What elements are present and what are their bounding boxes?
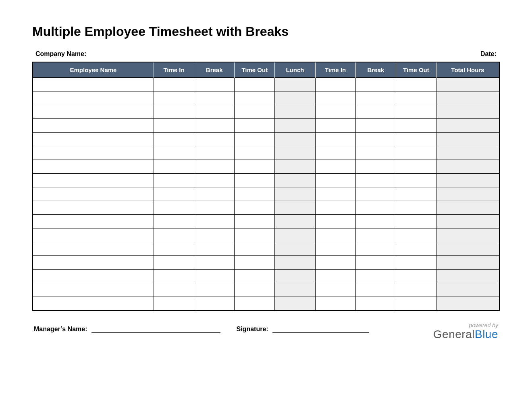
table-cell[interactable] bbox=[275, 174, 315, 187]
table-cell[interactable] bbox=[396, 256, 436, 270]
table-cell[interactable] bbox=[396, 297, 436, 311]
table-cell[interactable] bbox=[235, 228, 275, 242]
table-cell[interactable] bbox=[275, 146, 315, 160]
table-cell[interactable] bbox=[355, 201, 396, 215]
table-cell[interactable] bbox=[275, 242, 315, 256]
table-cell[interactable] bbox=[355, 283, 396, 297]
table-cell[interactable] bbox=[396, 201, 436, 215]
table-cell[interactable] bbox=[355, 146, 396, 160]
table-cell[interactable] bbox=[355, 91, 396, 105]
table-cell[interactable] bbox=[315, 270, 355, 283]
table-cell[interactable] bbox=[33, 146, 154, 160]
table-cell[interactable] bbox=[436, 78, 499, 91]
table-cell[interactable] bbox=[275, 91, 315, 105]
table-cell[interactable] bbox=[235, 119, 275, 133]
table-cell[interactable] bbox=[194, 270, 235, 283]
table-cell[interactable] bbox=[154, 78, 194, 91]
table-cell[interactable] bbox=[154, 160, 194, 174]
table-cell[interactable] bbox=[235, 201, 275, 215]
table-cell[interactable] bbox=[396, 105, 436, 119]
table-cell[interactable] bbox=[33, 297, 154, 311]
table-cell[interactable] bbox=[275, 187, 315, 201]
table-cell[interactable] bbox=[33, 133, 154, 146]
table-cell[interactable] bbox=[235, 270, 275, 283]
table-cell[interactable] bbox=[315, 119, 355, 133]
table-cell[interactable] bbox=[33, 228, 154, 242]
table-cell[interactable] bbox=[315, 91, 355, 105]
table-cell[interactable] bbox=[315, 105, 355, 119]
table-cell[interactable] bbox=[194, 119, 235, 133]
table-cell[interactable] bbox=[33, 256, 154, 270]
table-cell[interactable] bbox=[235, 105, 275, 119]
table-cell[interactable] bbox=[315, 146, 355, 160]
table-cell[interactable] bbox=[355, 105, 396, 119]
table-cell[interactable] bbox=[33, 242, 154, 256]
table-cell[interactable] bbox=[154, 283, 194, 297]
table-cell[interactable] bbox=[436, 215, 499, 228]
table-cell[interactable] bbox=[315, 297, 355, 311]
table-cell[interactable] bbox=[33, 91, 154, 105]
table-cell[interactable] bbox=[355, 228, 396, 242]
table-cell[interactable] bbox=[194, 133, 235, 146]
table-cell[interactable] bbox=[194, 201, 235, 215]
table-cell[interactable] bbox=[396, 187, 436, 201]
table-cell[interactable] bbox=[194, 174, 235, 187]
table-cell[interactable] bbox=[315, 78, 355, 91]
table-cell[interactable] bbox=[396, 78, 436, 91]
table-cell[interactable] bbox=[396, 283, 436, 297]
table-cell[interactable] bbox=[154, 242, 194, 256]
table-cell[interactable] bbox=[194, 146, 235, 160]
table-cell[interactable] bbox=[436, 174, 499, 187]
table-cell[interactable] bbox=[154, 201, 194, 215]
table-cell[interactable] bbox=[33, 283, 154, 297]
table-cell[interactable] bbox=[436, 91, 499, 105]
table-cell[interactable] bbox=[154, 174, 194, 187]
table-cell[interactable] bbox=[436, 133, 499, 146]
table-cell[interactable] bbox=[275, 297, 315, 311]
table-cell[interactable] bbox=[235, 78, 275, 91]
table-cell[interactable] bbox=[355, 187, 396, 201]
table-cell[interactable] bbox=[275, 256, 315, 270]
table-cell[interactable] bbox=[436, 256, 499, 270]
table-cell[interactable] bbox=[154, 146, 194, 160]
table-cell[interactable] bbox=[315, 160, 355, 174]
table-cell[interactable] bbox=[436, 160, 499, 174]
table-cell[interactable] bbox=[396, 228, 436, 242]
table-cell[interactable] bbox=[33, 105, 154, 119]
table-cell[interactable] bbox=[355, 215, 396, 228]
table-cell[interactable] bbox=[355, 78, 396, 91]
table-cell[interactable] bbox=[154, 105, 194, 119]
table-cell[interactable] bbox=[275, 105, 315, 119]
table-cell[interactable] bbox=[436, 283, 499, 297]
table-cell[interactable] bbox=[355, 242, 396, 256]
table-cell[interactable] bbox=[194, 215, 235, 228]
table-cell[interactable] bbox=[235, 242, 275, 256]
table-cell[interactable] bbox=[235, 91, 275, 105]
table-cell[interactable] bbox=[396, 270, 436, 283]
table-cell[interactable] bbox=[396, 215, 436, 228]
table-cell[interactable] bbox=[436, 242, 499, 256]
table-cell[interactable] bbox=[275, 119, 315, 133]
table-cell[interactable] bbox=[315, 174, 355, 187]
table-cell[interactable] bbox=[436, 187, 499, 201]
table-cell[interactable] bbox=[33, 78, 154, 91]
table-cell[interactable] bbox=[275, 201, 315, 215]
table-cell[interactable] bbox=[33, 160, 154, 174]
table-cell[interactable] bbox=[396, 160, 436, 174]
table-cell[interactable] bbox=[235, 174, 275, 187]
table-cell[interactable] bbox=[235, 297, 275, 311]
table-cell[interactable] bbox=[275, 78, 315, 91]
table-cell[interactable] bbox=[194, 187, 235, 201]
table-cell[interactable] bbox=[194, 160, 235, 174]
table-cell[interactable] bbox=[355, 270, 396, 283]
table-cell[interactable] bbox=[396, 133, 436, 146]
table-cell[interactable] bbox=[154, 228, 194, 242]
table-cell[interactable] bbox=[235, 283, 275, 297]
table-cell[interactable] bbox=[355, 133, 396, 146]
table-cell[interactable] bbox=[235, 133, 275, 146]
table-cell[interactable] bbox=[154, 133, 194, 146]
table-cell[interactable] bbox=[275, 270, 315, 283]
table-cell[interactable] bbox=[33, 119, 154, 133]
table-cell[interactable] bbox=[396, 146, 436, 160]
table-cell[interactable] bbox=[275, 160, 315, 174]
